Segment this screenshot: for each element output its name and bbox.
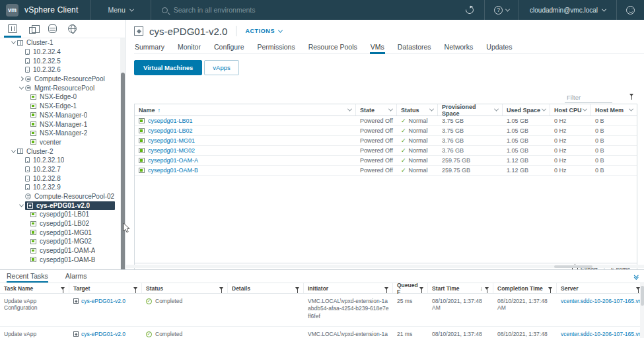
tree-item-resource-pool[interactable]: Mgmt-ResourcePool <box>0 83 120 92</box>
help-menu[interactable]: ? <box>494 6 509 15</box>
tree-item-vm[interactable]: cysepdg01-LB02 <box>0 219 120 228</box>
column-host-mem[interactable]: Host Mem <box>591 104 637 116</box>
tree-item-vm[interactable]: NSX-Edge-0 <box>0 92 120 102</box>
tab-monitor[interactable]: Monitor <box>177 40 201 53</box>
tree-item-host[interactable]: 10.2.32.8 <box>0 174 120 183</box>
feedback-icon[interactable] <box>626 6 635 15</box>
vm-name-link[interactable]: cysepdg01-OAM-B <box>148 167 198 174</box>
tree-item-vm[interactable]: NSX-Manager-0 <box>0 111 120 120</box>
tree-item-vm[interactable]: NSX-Manager-1 <box>0 119 120 129</box>
column-queued-for[interactable]: Queued F <box>393 283 428 293</box>
expander-icon[interactable] <box>18 84 23 89</box>
column-initiator[interactable]: Initiator <box>304 283 393 293</box>
server-link[interactable]: vcenter.sddc-10-206-107-165.vmwar <box>561 298 644 304</box>
tab-datastores[interactable]: Datastores <box>397 40 432 53</box>
tasks-scrollbar[interactable] <box>640 283 644 338</box>
vm-name-link[interactable]: cysepdg01-MG02 <box>148 147 195 154</box>
column-menu-icon[interactable] <box>388 107 393 112</box>
tab-updates[interactable]: Updates <box>485 40 513 53</box>
tab-vms[interactable]: VMs <box>370 40 385 53</box>
tab-recent-tasks[interactable]: Recent Tasks <box>7 272 48 283</box>
sidebar-scrollbar[interactable] <box>120 38 125 269</box>
expander-icon[interactable] <box>11 40 15 44</box>
tree-item-cluster-2[interactable]: Cluster-2 <box>0 147 120 156</box>
column-details[interactable]: Details <box>228 283 304 293</box>
column-state[interactable]: State <box>356 104 397 116</box>
tab-summary[interactable]: Summary <box>134 40 165 53</box>
task-row[interactable]: Update vApp Configuration cys-ePDG01-v2.… <box>0 327 644 338</box>
tree-item-vm[interactable]: cysepdg01-LB01 <box>0 210 120 219</box>
vm-name-link[interactable]: cysepdg01-MG01 <box>148 137 195 144</box>
table-row[interactable]: cysepdg01-MG01 Powered Off ✓Normal 3.76 … <box>135 136 637 146</box>
nav-hosts-clusters[interactable] <box>3 20 22 38</box>
tree-item-host[interactable]: 10.2.32.10 <box>0 156 120 165</box>
column-used-space[interactable]: Used Space <box>503 104 550 116</box>
tree-item-resource-pool[interactable]: Compute-ResourcePool <box>0 75 120 84</box>
target-link[interactable]: cys-ePDG01-v2.0 <box>73 298 138 304</box>
column-provisioned-space[interactable]: Provisioned Space <box>438 104 503 116</box>
tree-item-host[interactable]: 10.2.32.6 <box>0 65 120 75</box>
column-name[interactable]: Name↑ <box>135 104 356 116</box>
table-row[interactable]: cysepdg01-MG02 Powered Off ✓Normal 3.76 … <box>135 146 637 156</box>
filter-icon[interactable] <box>419 287 423 290</box>
column-completion-time[interactable]: Completion Time <box>493 283 557 293</box>
user-menu[interactable]: cloudadmin@vmc.local <box>530 7 606 14</box>
tab-resource-pools[interactable]: Resource Pools <box>308 40 358 53</box>
filter-icon[interactable] <box>629 94 633 96</box>
vm-name-link[interactable]: cysepdg01-LB01 <box>148 118 193 124</box>
refresh-icon[interactable] <box>464 5 476 16</box>
virtual-machines-button[interactable]: Virtual Machines <box>134 60 202 75</box>
table-row[interactable]: cysepdg01-LB02 Powered Off ✓Normal 3.75 … <box>135 126 637 136</box>
tab-alarms[interactable]: Alarms <box>65 272 87 283</box>
column-menu-icon[interactable] <box>429 107 434 112</box>
tree-item-host[interactable]: 10.2.32.9 <box>0 183 120 192</box>
filter-icon[interactable] <box>219 287 223 290</box>
tree-item-host[interactable]: 10.2.32.7 <box>0 165 120 174</box>
column-status[interactable]: Status <box>397 104 438 116</box>
filter-icon[interactable] <box>295 287 299 290</box>
scrollbar-thumb[interactable] <box>554 265 592 268</box>
expander-icon[interactable] <box>11 148 15 152</box>
expander-icon[interactable] <box>18 202 23 207</box>
column-menu-icon[interactable] <box>347 107 352 112</box>
filter-icon[interactable] <box>548 287 552 290</box>
column-menu-icon[interactable] <box>542 107 546 112</box>
nav-vms-templates[interactable] <box>22 20 42 38</box>
table-filter[interactable] <box>565 90 612 103</box>
nav-networking[interactable] <box>62 20 82 38</box>
server-link[interactable]: vcenter.sddc-10-206-107-165.vmwar <box>561 331 644 337</box>
tree-item-vapp-selected[interactable]: cys-ePDG01-v2.0 <box>0 201 120 210</box>
filter-icon[interactable] <box>61 287 65 290</box>
column-start-time[interactable]: Start Time↓ <box>428 283 493 293</box>
tree-item-vm[interactable]: NSX-Edge-1 <box>0 102 120 111</box>
tree-item-vm[interactable]: vcenter <box>0 138 120 147</box>
tree-item-resource-pool[interactable]: Compute-ResourcePool-02 <box>0 192 120 201</box>
tree-item-vm[interactable]: NSX-Manager-2 <box>0 129 120 138</box>
search-input[interactable] <box>174 6 372 14</box>
column-host-cpu[interactable]: Host CPU <box>550 104 591 116</box>
tab-configure[interactable]: Configure <box>213 40 245 53</box>
column-menu-icon[interactable] <box>494 107 499 112</box>
vm-name-link[interactable]: cysepdg01-OAM-A <box>148 157 198 164</box>
nav-storage[interactable] <box>42 20 62 38</box>
collapse-panel-icon[interactable] <box>635 275 638 279</box>
table-row[interactable]: cysepdg01-OAM-A Powered Off ✓Normal 259.… <box>135 156 637 166</box>
filter-icon[interactable] <box>384 287 388 290</box>
tree-item-host[interactable]: 10.2.32.4 <box>0 48 120 57</box>
table-row[interactable]: cysepdg01-LB01 Powered Off ✓Normal 3.75 … <box>135 116 637 126</box>
vm-name-link[interactable]: cysepdg01-LB02 <box>148 127 193 134</box>
filter-input[interactable] <box>565 93 612 102</box>
tree-item-vm[interactable]: cysepdg01-OAM-B <box>0 255 120 265</box>
column-server[interactable]: Server <box>557 283 644 293</box>
column-status[interactable]: Status <box>142 283 228 293</box>
scrollbar-thumb[interactable] <box>641 286 644 306</box>
tab-permissions[interactable]: Permissions <box>256 40 295 53</box>
column-menu-icon[interactable] <box>629 107 633 112</box>
filter-icon[interactable] <box>133 287 137 290</box>
actions-button[interactable]: ACTIONS <box>245 28 282 34</box>
tree-item-vm[interactable]: cysepdg01-MG02 <box>0 237 120 246</box>
scrollbar-thumb[interactable] <box>121 73 125 279</box>
tab-networks[interactable]: Networks <box>444 40 474 53</box>
table-row[interactable]: cysepdg01-OAM-B Powered Off ✓Normal 259.… <box>135 166 637 176</box>
column-target[interactable]: Target <box>69 283 142 293</box>
